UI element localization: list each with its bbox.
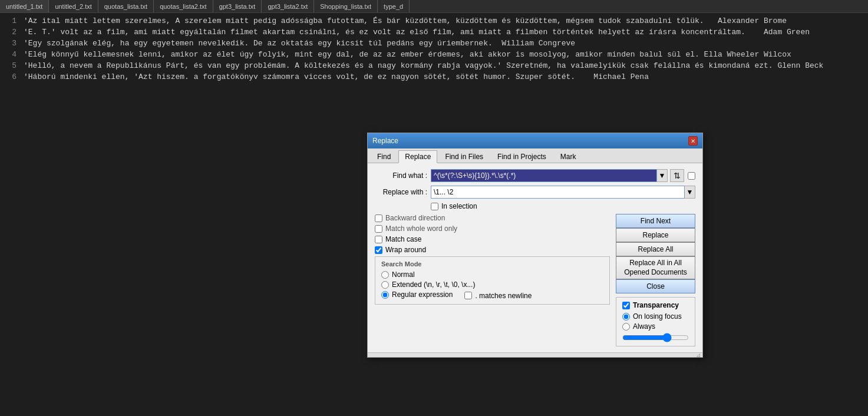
- dialog-close-button[interactable]: ✕: [688, 136, 698, 146]
- always-label: Always: [633, 322, 655, 331]
- on-losing-focus-row: On losing focus: [622, 312, 689, 321]
- tab-find-in-files[interactable]: Find in Files: [438, 150, 490, 163]
- tab-gpt3-1[interactable]: gpt3_lista.txt: [213, 0, 262, 12]
- regex-label: Regular expression: [392, 290, 453, 299]
- find-next-checkbox[interactable]: [688, 172, 695, 180]
- matches-newline-row: . matches newline: [464, 292, 532, 300]
- normal-radio-row: Normal: [381, 270, 603, 279]
- match-whole-word-checkbox[interactable]: [375, 225, 382, 233]
- dialog-title: Replace: [372, 137, 398, 145]
- close-button[interactable]: Close: [616, 279, 695, 293]
- regex-row: Regular expression . matches newline: [381, 290, 603, 301]
- line-number: 3: [5, 38, 16, 49]
- line-number: 4: [5, 49, 16, 60]
- editor-line: 4 'Elég könnyű kellemesnek lenni, amikor…: [0, 49, 868, 60]
- replace-all-opened-button[interactable]: Replace All in All Opened Documents: [616, 256, 695, 279]
- editor-line: 3 'Egy szolgának elég, ha egy egyetemen …: [0, 38, 868, 49]
- line-number: 6: [5, 71, 16, 82]
- tab-mark[interactable]: Mark: [554, 150, 583, 163]
- in-selection-row: In selection: [431, 202, 695, 210]
- dialog-actions: Backward direction Match whole word only…: [375, 214, 695, 346]
- line-content: 'Egy szolgának elég, ha egy egyetemen ne…: [24, 38, 575, 49]
- search-mode-label: Search Mode: [381, 260, 603, 268]
- transparency-checkbox[interactable]: [622, 302, 630, 309]
- always-radio[interactable]: [622, 323, 630, 331]
- tab-replace[interactable]: Replace: [398, 150, 437, 163]
- wrap-around-row: Wrap around: [375, 246, 610, 254]
- match-whole-word-row: Match whole word only: [375, 224, 610, 233]
- dialog-bottom: ⊿: [368, 352, 702, 357]
- wrap-around-label: Wrap around: [385, 246, 426, 254]
- dialog-tabs: Find Replace Find in Files Find in Proje…: [368, 148, 702, 163]
- transparency-slider[interactable]: [622, 333, 689, 342]
- line-content: 'Helló, a nevem a Republikánus Párt, és …: [24, 60, 823, 71]
- line-number: 1: [5, 15, 16, 27]
- find-what-input[interactable]: [431, 169, 657, 182]
- replace-dropdown-button[interactable]: ▼: [685, 186, 695, 199]
- regex-radio-row: Regular expression: [381, 290, 453, 299]
- editor-line: 5 'Helló, a nevem a Republikánus Párt, é…: [0, 60, 868, 71]
- transparency-group: Transparency On losing focus Always: [616, 297, 695, 346]
- search-mode-group: Search Mode Normal Extended (\n, \r, \t,…: [375, 256, 610, 305]
- backward-direction-label: Backward direction: [385, 214, 445, 222]
- swap-button[interactable]: ⇅: [670, 169, 684, 182]
- match-case-row: Match case: [375, 235, 610, 243]
- tab-untitled2[interactable]: untitled_2.txt: [49, 0, 98, 12]
- tab-quotas2[interactable]: quotas_lista2.txt: [154, 0, 213, 12]
- tab-untitled1[interactable]: untitled_1.txt: [0, 0, 49, 12]
- replace-with-row: Replace with : ▼: [375, 186, 695, 199]
- replace-with-input[interactable]: [431, 186, 685, 199]
- tab-find[interactable]: Find: [371, 150, 397, 163]
- replace-with-label: Replace with :: [375, 188, 431, 196]
- tab-find-in-projects[interactable]: Find in Projects: [491, 150, 553, 163]
- extended-label: Extended (\n, \r, \t, \0, \x...): [392, 280, 475, 289]
- find-what-row: Find what : ▼ ⇅: [375, 169, 695, 182]
- backward-direction-row: Backward direction: [375, 214, 610, 222]
- tab-gpt3-2[interactable]: gpt3_lista2.txt: [262, 0, 314, 12]
- replace-button[interactable]: Replace: [616, 228, 695, 242]
- transparency-slider-row: [622, 333, 689, 342]
- tab-shopping[interactable]: Shopping_lista.txt: [314, 0, 378, 12]
- options-main: Backward direction Match whole word only…: [375, 214, 610, 346]
- matches-newline-checkbox[interactable]: [464, 292, 472, 299]
- match-case-checkbox[interactable]: [375, 236, 382, 243]
- tab-bar: untitled_1.txt untitled_2.txt quotas_lis…: [0, 0, 868, 13]
- match-case-label: Match case: [385, 235, 421, 243]
- line-number: 5: [5, 60, 16, 71]
- normal-label: Normal: [392, 270, 415, 279]
- transparency-label: Transparency: [633, 301, 679, 309]
- line-content: 'Elég könnyű kellemesnek lenni, amikor a…: [24, 49, 791, 60]
- line-number: 2: [5, 27, 16, 38]
- line-content: 'E. T.' volt az a film, ami miatt egyált…: [24, 27, 810, 38]
- editor-line: 1 'Az ital miatt lettem szerelmes, A sze…: [0, 15, 868, 27]
- find-next-button[interactable]: Find Next: [616, 214, 695, 228]
- on-losing-focus-radio[interactable]: [622, 313, 630, 321]
- wrap-around-checkbox[interactable]: [375, 246, 382, 254]
- dialog-titlebar: Replace ✕: [368, 133, 702, 148]
- find-what-label: Find what :: [375, 171, 431, 180]
- extended-radio-row: Extended (\n, \r, \t, \0, \x...): [381, 280, 603, 289]
- line-content: 'Háború mindenki ellen, 'Azt hiszem. a f…: [24, 71, 649, 82]
- dialog-body: Find what : ▼ ⇅ Replace with : ▼ In sele…: [368, 163, 702, 352]
- tab-typed[interactable]: type_d: [378, 0, 410, 12]
- line-content: 'Az ital miatt lettem szerelmes, A szere…: [24, 15, 787, 27]
- match-whole-word-label: Match whole word only: [385, 224, 457, 233]
- resize-grip[interactable]: ⊿: [696, 352, 701, 358]
- in-selection-label: In selection: [441, 202, 477, 210]
- in-selection-checkbox[interactable]: [431, 203, 438, 210]
- always-row: Always: [622, 322, 689, 331]
- editor-line: 6 'Háború mindenki ellen, 'Azt hiszem. a…: [0, 71, 868, 82]
- editor-line: 2 'E. T.' volt az a film, ami miatt egyá…: [0, 27, 868, 38]
- find-dropdown-button[interactable]: ▼: [657, 169, 668, 182]
- regex-radio[interactable]: [381, 291, 389, 299]
- backward-direction-checkbox[interactable]: [375, 214, 382, 222]
- extended-radio[interactable]: [381, 281, 389, 289]
- tab-quotas1[interactable]: quotas_lista.txt: [98, 0, 154, 12]
- transparency-header: Transparency: [622, 301, 689, 309]
- replace-all-button[interactable]: Replace All: [616, 242, 695, 256]
- matches-newline-label: . matches newline: [475, 292, 532, 300]
- replace-dialog: Replace ✕ Find Replace Find in Files Fin…: [367, 133, 703, 358]
- action-buttons: Find Next Replace Replace All Replace Al…: [610, 214, 695, 346]
- on-losing-focus-label: On losing focus: [633, 312, 682, 321]
- normal-radio[interactable]: [381, 271, 389, 279]
